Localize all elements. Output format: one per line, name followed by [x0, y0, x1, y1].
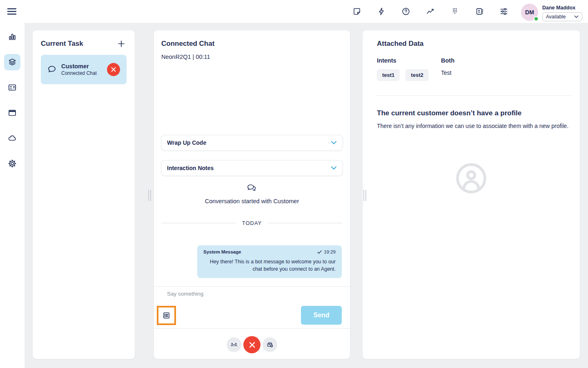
- message-sender: System Message: [203, 249, 241, 254]
- close-task-icon[interactable]: [107, 63, 120, 76]
- status-dropdown[interactable]: Available: [542, 12, 582, 21]
- task-card-title: Customer: [61, 63, 97, 70]
- gear-icon: [7, 159, 17, 168]
- data-divider: [377, 95, 573, 96]
- intents-label: Intents: [377, 57, 429, 64]
- layers-icon: [7, 57, 17, 67]
- interaction-notes-accordion[interactable]: Interaction Notes: [161, 160, 343, 176]
- chat-session-info: NeonR2Q1 | 00:11: [161, 54, 210, 60]
- transfer-icon: [230, 341, 238, 349]
- message-time: 19:29: [324, 249, 336, 254]
- sidebar-item-performance[interactable]: [4, 29, 20, 45]
- sidebar-item-cloud[interactable]: [4, 130, 20, 146]
- profile-placeholder-icon: [363, 161, 580, 195]
- chat-title: Connected Chat: [161, 40, 214, 48]
- chevron-down-icon: [331, 166, 337, 170]
- current-task-panel: Current Task Customer Connected Chat: [33, 30, 135, 359]
- panel-resize-handle-left[interactable]: [148, 190, 151, 201]
- contacts-icon[interactable]: [467, 0, 492, 23]
- check-icon: [317, 250, 322, 254]
- intent-chip: test1: [377, 69, 400, 81]
- day-divider-label: TODAY: [236, 220, 269, 226]
- both-label: Both: [441, 57, 454, 64]
- no-profile-text: There isn’t any information we can use t…: [377, 122, 572, 130]
- message-text: Hey there! This is a bot message to welc…: [203, 258, 336, 273]
- user-name: Dane Maddox: [542, 5, 582, 11]
- input-divider: [154, 286, 350, 287]
- current-task-title: Current Task: [41, 40, 83, 48]
- contact-card-icon: [7, 83, 17, 92]
- topbar: DM Dane Maddox Available: [0, 0, 588, 23]
- avatar-initials: DM: [525, 9, 534, 16]
- task-card-customer[interactable]: Customer Connected Chat: [41, 55, 127, 84]
- transfer-button[interactable]: [227, 337, 241, 352]
- window-icon: [7, 108, 17, 118]
- end-chat-button[interactable]: [243, 336, 261, 353]
- sidebar-item-directory[interactable]: [4, 79, 20, 96]
- attached-data-title: Attached Data: [377, 40, 423, 48]
- task-card-subtitle: Connected Chat: [61, 70, 97, 76]
- attached-data-panel: Attached Data Intents test1 test2 Both T…: [363, 30, 580, 359]
- chat-input[interactable]: Say something: [167, 291, 339, 297]
- intent-chip: test2: [405, 69, 428, 81]
- close-icon: [249, 342, 255, 348]
- sidebar-item-settings[interactable]: [4, 155, 20, 172]
- day-divider: TODAY: [161, 220, 343, 226]
- dialpad-icon[interactable]: [443, 0, 467, 23]
- preferences-icon[interactable]: [492, 0, 516, 23]
- canned-responses-icon: [162, 311, 171, 320]
- lightning-icon[interactable]: [369, 0, 394, 23]
- user-area: DM Dane Maddox Available: [521, 2, 582, 21]
- canned-responses-button[interactable]: [157, 306, 176, 325]
- both-value: Test: [441, 70, 454, 76]
- park-interaction-button[interactable]: [263, 337, 277, 352]
- sidebar: [0, 23, 24, 368]
- status-value: Available: [546, 14, 566, 20]
- interaction-notes-label: Interaction Notes: [167, 165, 214, 171]
- send-button[interactable]: Send: [301, 306, 342, 325]
- chevron-down-icon: [574, 15, 579, 18]
- sidebar-item-apps[interactable]: [4, 105, 20, 121]
- chat-bubbles-icon: [154, 182, 350, 195]
- no-profile-title: The current customer doesn’t have a prof…: [377, 109, 521, 117]
- connected-chat-panel: Connected Chat NeonR2Q1 | 00:11 Wrap Up …: [154, 30, 350, 359]
- actions-divider: [154, 328, 350, 329]
- chat-bubble-icon: [47, 64, 57, 75]
- park-interaction-icon: [266, 341, 274, 349]
- status-dot: [534, 16, 539, 21]
- wrap-up-code-label: Wrap Up Code: [167, 139, 206, 146]
- wrap-up-code-accordion[interactable]: Wrap Up Code: [161, 135, 343, 150]
- conversation-start-text: Conversation started with Customer: [154, 198, 350, 204]
- analytics-icon[interactable]: [418, 0, 443, 23]
- sidebar-item-interactions[interactable]: [4, 54, 20, 70]
- bar-chart-icon: [7, 32, 17, 42]
- conversation-start: Conversation started with Customer: [154, 182, 350, 204]
- note-icon[interactable]: [345, 0, 369, 23]
- chevron-down-icon: [331, 141, 337, 145]
- menu-icon[interactable]: [7, 6, 19, 17]
- add-task-icon[interactable]: [117, 39, 126, 48]
- help-icon[interactable]: [394, 0, 418, 23]
- system-message-bubble: System Message 19:29 Hey there! This is …: [197, 245, 342, 278]
- panel-resize-handle-right[interactable]: [363, 190, 366, 201]
- cloud-icon: [7, 133, 17, 143]
